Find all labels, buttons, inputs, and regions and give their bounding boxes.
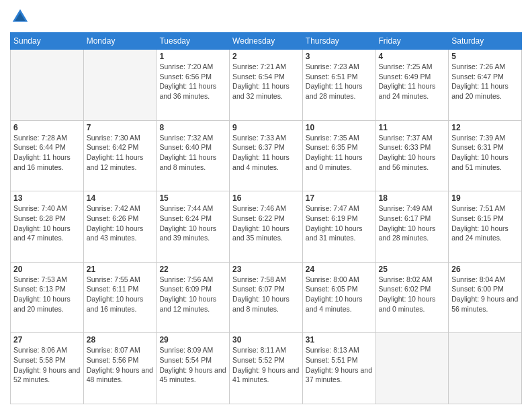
day-number: 14: [87, 193, 154, 203]
day-info: Sunrise: 7:23 AM Sunset: 6:51 PM Dayligh…: [306, 62, 373, 101]
day-info: Sunrise: 8:09 AM Sunset: 5:54 PM Dayligh…: [159, 345, 226, 385]
weekday-header: Thursday: [302, 33, 375, 50]
calendar-week-row: 1Sunrise: 7:20 AM Sunset: 6:56 PM Daylig…: [11, 50, 522, 121]
day-number: 10: [306, 123, 373, 132]
logo: [10, 7, 33, 27]
page: SundayMondayTuesdayWednesdayThursdayFrid…: [0, 0, 532, 411]
day-number: 18: [379, 193, 446, 203]
day-info: Sunrise: 8:13 AM Sunset: 5:51 PM Dayligh…: [306, 345, 373, 385]
calendar-cell: 24Sunrise: 8:00 AM Sunset: 6:05 PM Dayli…: [302, 262, 375, 333]
day-info: Sunrise: 7:49 AM Sunset: 6:17 PM Dayligh…: [379, 203, 446, 243]
calendar-week-row: 6Sunrise: 7:28 AM Sunset: 6:44 PM Daylig…: [11, 120, 522, 191]
logo-icon: [10, 7, 30, 27]
calendar-cell: 1Sunrise: 7:20 AM Sunset: 6:56 PM Daylig…: [157, 50, 230, 121]
day-info: Sunrise: 8:11 AM Sunset: 5:52 PM Dayligh…: [232, 345, 300, 385]
day-number: 16: [232, 193, 300, 203]
day-info: Sunrise: 7:44 AM Sunset: 6:24 PM Dayligh…: [159, 203, 226, 243]
day-info: Sunrise: 7:21 AM Sunset: 6:54 PM Dayligh…: [232, 62, 300, 101]
day-number: 1: [159, 52, 226, 61]
day-info: Sunrise: 7:58 AM Sunset: 6:07 PM Dayligh…: [232, 275, 300, 314]
day-info: Sunrise: 7:25 AM Sunset: 6:49 PM Dayligh…: [379, 62, 446, 101]
calendar-week-row: 27Sunrise: 8:06 AM Sunset: 5:58 PM Dayli…: [11, 333, 522, 404]
day-number: 17: [306, 193, 373, 203]
calendar-cell: 2Sunrise: 7:21 AM Sunset: 6:54 PM Daylig…: [230, 50, 303, 121]
calendar-cell: 11Sunrise: 7:37 AM Sunset: 6:33 PM Dayli…: [375, 120, 449, 191]
day-number: 25: [379, 265, 446, 274]
day-number: 3: [306, 52, 373, 61]
calendar-week-row: 13Sunrise: 7:40 AM Sunset: 6:28 PM Dayli…: [11, 191, 522, 263]
calendar-cell: 12Sunrise: 7:39 AM Sunset: 6:31 PM Dayli…: [449, 120, 522, 191]
day-info: Sunrise: 8:02 AM Sunset: 6:02 PM Dayligh…: [379, 275, 446, 314]
calendar-cell: 26Sunrise: 8:04 AM Sunset: 6:00 PM Dayli…: [449, 262, 522, 333]
calendar-cell: [83, 50, 157, 121]
calendar-cell: [11, 50, 84, 121]
calendar-cell: 18Sunrise: 7:49 AM Sunset: 6:17 PM Dayli…: [375, 191, 449, 263]
calendar-cell: 22Sunrise: 7:56 AM Sunset: 6:09 PM Dayli…: [157, 262, 230, 333]
day-number: 9: [232, 123, 300, 132]
calendar-cell: 6Sunrise: 7:28 AM Sunset: 6:44 PM Daylig…: [11, 120, 84, 191]
day-info: Sunrise: 7:26 AM Sunset: 6:47 PM Dayligh…: [451, 62, 519, 101]
day-number: 30: [232, 335, 300, 345]
calendar-cell: 13Sunrise: 7:40 AM Sunset: 6:28 PM Dayli…: [11, 191, 84, 263]
day-info: Sunrise: 7:32 AM Sunset: 6:40 PM Dayligh…: [159, 133, 226, 173]
day-info: Sunrise: 7:51 AM Sunset: 6:15 PM Dayligh…: [451, 203, 519, 243]
day-info: Sunrise: 7:53 AM Sunset: 6:13 PM Dayligh…: [13, 275, 81, 314]
day-info: Sunrise: 7:46 AM Sunset: 6:22 PM Dayligh…: [232, 203, 300, 243]
day-number: 23: [232, 265, 300, 274]
day-number: 4: [379, 52, 446, 61]
day-number: 31: [306, 335, 373, 345]
header: [10, 7, 522, 27]
calendar-cell: 10Sunrise: 7:35 AM Sunset: 6:35 PM Dayli…: [302, 120, 375, 191]
day-number: 12: [451, 123, 519, 132]
day-number: 20: [13, 265, 81, 274]
day-info: Sunrise: 7:30 AM Sunset: 6:42 PM Dayligh…: [87, 133, 154, 173]
calendar-cell: 15Sunrise: 7:44 AM Sunset: 6:24 PM Dayli…: [157, 191, 230, 263]
day-number: 24: [306, 265, 373, 274]
calendar-week-row: 20Sunrise: 7:53 AM Sunset: 6:13 PM Dayli…: [11, 262, 522, 333]
day-info: Sunrise: 7:28 AM Sunset: 6:44 PM Dayligh…: [13, 133, 81, 173]
day-number: 11: [379, 123, 446, 132]
calendar-cell: 21Sunrise: 7:55 AM Sunset: 6:11 PM Dayli…: [83, 262, 157, 333]
day-number: 29: [159, 335, 226, 345]
day-number: 5: [451, 52, 519, 61]
weekday-header: Wednesday: [230, 33, 303, 50]
calendar-cell: 9Sunrise: 7:33 AM Sunset: 6:37 PM Daylig…: [230, 120, 303, 191]
day-number: 13: [13, 193, 81, 203]
day-info: Sunrise: 7:47 AM Sunset: 6:19 PM Dayligh…: [306, 203, 373, 243]
calendar-cell: 3Sunrise: 7:23 AM Sunset: 6:51 PM Daylig…: [302, 50, 375, 121]
day-info: Sunrise: 7:42 AM Sunset: 6:26 PM Dayligh…: [87, 203, 154, 243]
day-info: Sunrise: 8:07 AM Sunset: 5:56 PM Dayligh…: [87, 345, 154, 385]
day-info: Sunrise: 7:37 AM Sunset: 6:33 PM Dayligh…: [379, 133, 446, 173]
day-number: 27: [13, 335, 81, 345]
calendar-cell: 4Sunrise: 7:25 AM Sunset: 6:49 PM Daylig…: [375, 50, 449, 121]
calendar-cell: 25Sunrise: 8:02 AM Sunset: 6:02 PM Dayli…: [375, 262, 449, 333]
day-number: 6: [13, 123, 81, 132]
day-info: Sunrise: 7:40 AM Sunset: 6:28 PM Dayligh…: [13, 203, 81, 243]
weekday-header: Monday: [83, 33, 157, 50]
weekday-header: Sunday: [11, 33, 84, 50]
day-info: Sunrise: 8:00 AM Sunset: 6:05 PM Dayligh…: [306, 275, 373, 314]
day-number: 28: [87, 335, 154, 345]
day-number: 7: [87, 123, 154, 132]
day-number: 15: [159, 193, 226, 203]
calendar-header-row: SundayMondayTuesdayWednesdayThursdayFrid…: [11, 33, 522, 50]
calendar-table: SundayMondayTuesdayWednesdayThursdayFrid…: [10, 32, 522, 404]
calendar-cell: 5Sunrise: 7:26 AM Sunset: 6:47 PM Daylig…: [449, 50, 522, 121]
calendar-cell: 30Sunrise: 8:11 AM Sunset: 5:52 PM Dayli…: [230, 333, 303, 404]
calendar-cell: 16Sunrise: 7:46 AM Sunset: 6:22 PM Dayli…: [230, 191, 303, 263]
day-info: Sunrise: 7:39 AM Sunset: 6:31 PM Dayligh…: [451, 133, 519, 173]
day-info: Sunrise: 7:55 AM Sunset: 6:11 PM Dayligh…: [87, 275, 154, 314]
calendar-cell: 31Sunrise: 8:13 AM Sunset: 5:51 PM Dayli…: [302, 333, 375, 404]
day-info: Sunrise: 7:33 AM Sunset: 6:37 PM Dayligh…: [232, 133, 300, 173]
calendar-cell: 7Sunrise: 7:30 AM Sunset: 6:42 PM Daylig…: [83, 120, 157, 191]
day-number: 21: [87, 265, 154, 274]
calendar-cell: 23Sunrise: 7:58 AM Sunset: 6:07 PM Dayli…: [230, 262, 303, 333]
calendar-cell: 17Sunrise: 7:47 AM Sunset: 6:19 PM Dayli…: [302, 191, 375, 263]
calendar-cell: [375, 333, 449, 404]
day-number: 8: [159, 123, 226, 132]
calendar-cell: 29Sunrise: 8:09 AM Sunset: 5:54 PM Dayli…: [157, 333, 230, 404]
calendar-cell: 28Sunrise: 8:07 AM Sunset: 5:56 PM Dayli…: [83, 333, 157, 404]
calendar-cell: 14Sunrise: 7:42 AM Sunset: 6:26 PM Dayli…: [83, 191, 157, 263]
day-info: Sunrise: 7:56 AM Sunset: 6:09 PM Dayligh…: [159, 275, 226, 314]
calendar-cell: 8Sunrise: 7:32 AM Sunset: 6:40 PM Daylig…: [157, 120, 230, 191]
